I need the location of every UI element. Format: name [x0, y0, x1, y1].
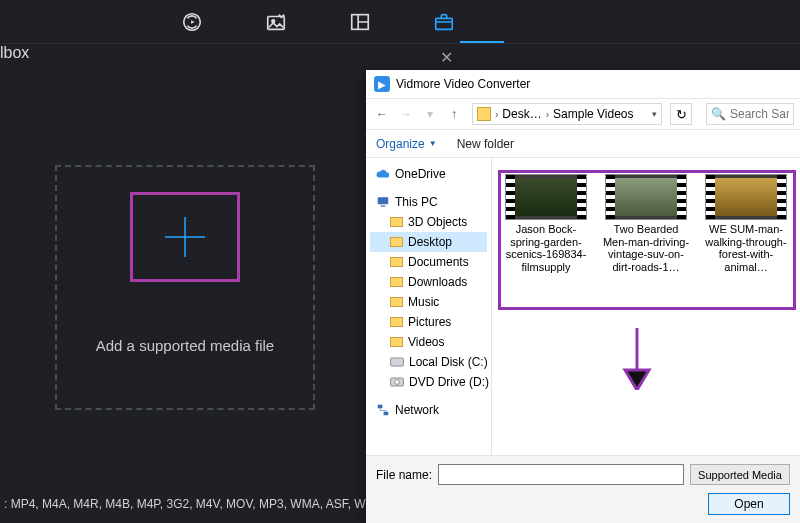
active-tab-label: lbox — [0, 44, 800, 62]
folder-icon — [390, 317, 403, 327]
nav-back-button[interactable]: ← — [372, 104, 392, 124]
tree-thispc[interactable]: This PC — [370, 192, 487, 212]
filetype-filter[interactable]: Supported Media — [690, 464, 790, 485]
svg-rect-14 — [384, 412, 389, 416]
drop-area[interactable]: Add a supported media file — [55, 165, 315, 410]
add-media-box[interactable] — [130, 192, 240, 282]
folder-icon — [477, 107, 491, 121]
search-icon: 🔍 — [711, 107, 726, 121]
tree-onedrive[interactable]: OneDrive — [370, 164, 487, 184]
svg-rect-13 — [378, 405, 383, 409]
tree-music[interactable]: Music — [370, 292, 487, 312]
pc-icon — [376, 195, 390, 209]
organize-button[interactable]: Organize▼ — [376, 137, 437, 151]
annotation-arrow-icon — [617, 328, 657, 390]
search-box[interactable]: 🔍 — [706, 103, 794, 125]
toolbox-icon[interactable] — [432, 10, 456, 34]
tree-pictures[interactable]: Pictures — [370, 312, 487, 332]
newfolder-button[interactable]: New folder — [457, 137, 514, 151]
video-thumbnail — [605, 174, 687, 220]
file-pane[interactable]: Jason Bock-spring-garden-scenics-169834-… — [492, 158, 800, 455]
open-button[interactable]: Open — [708, 493, 790, 515]
svg-point-12 — [395, 380, 400, 385]
folder-icon — [390, 337, 403, 347]
svg-marker-1 — [191, 20, 195, 24]
dialog-body: OneDrive This PC 3D Objects Desktop Docu… — [366, 158, 800, 455]
image-icon[interactable] — [264, 10, 288, 34]
crumb-a[interactable]: Desk… — [502, 107, 541, 121]
tree-dvddrive[interactable]: DVD Drive (D:) P — [370, 372, 487, 392]
tree-downloads[interactable]: Downloads — [370, 272, 487, 292]
close-icon[interactable]: ✕ — [440, 48, 453, 67]
dialog-toolbar: Organize▼ New folder — [366, 130, 800, 158]
filename-label: File name: — [376, 468, 432, 482]
nav-up-button[interactable]: ↑ — [444, 104, 464, 124]
tree-documents[interactable]: Documents — [370, 252, 487, 272]
filename-input[interactable] — [438, 464, 684, 485]
layout-icon[interactable] — [348, 10, 372, 34]
cloud-icon — [376, 167, 390, 181]
drop-text: Add a supported media file — [96, 337, 274, 354]
dialog-titlebar: ▶ Vidmore Video Converter — [366, 70, 800, 98]
svg-rect-9 — [381, 206, 386, 207]
dialog-nav: ← → ▾ ↑ › Desk… › Sample Videos ▾ ↻ 🔍 — [366, 98, 800, 130]
supported-formats: : MP4, M4A, M4R, M4B, M4P, 3G2, M4V, MOV… — [0, 489, 390, 519]
nav-tree: OneDrive This PC 3D Objects Desktop Docu… — [366, 158, 492, 455]
breadcrumb[interactable]: › Desk… › Sample Videos ▾ — [472, 103, 662, 125]
top-nav — [0, 0, 800, 44]
video-thumbnail — [705, 174, 787, 220]
tree-desktop[interactable]: Desktop — [370, 232, 487, 252]
tree-network[interactable]: Network — [370, 400, 487, 420]
file-open-dialog: ▶ Vidmore Video Converter ← → ▾ ↑ › Desk… — [366, 70, 800, 523]
drive-icon — [390, 355, 404, 369]
folder-icon — [390, 257, 403, 267]
disc-icon — [390, 375, 404, 389]
app-logo-icon: ▶ — [374, 76, 390, 92]
folder-icon — [390, 277, 403, 287]
svg-rect-8 — [378, 197, 389, 204]
tree-localdisk[interactable]: Local Disk (C:) — [370, 352, 487, 372]
network-icon — [376, 403, 390, 417]
folder-icon — [390, 217, 403, 227]
search-input[interactable] — [730, 107, 789, 121]
svg-rect-10 — [391, 358, 404, 366]
svg-rect-5 — [436, 18, 453, 29]
folder-icon — [390, 297, 403, 307]
convert-icon[interactable] — [180, 10, 204, 34]
crumb-b[interactable]: Sample Videos — [553, 107, 634, 121]
refresh-button[interactable]: ↻ — [670, 103, 692, 125]
dialog-title: Vidmore Video Converter — [396, 77, 530, 91]
dialog-footer: File name: Supported Media Open — [366, 455, 800, 523]
chevron-down-icon[interactable]: ▾ — [652, 109, 657, 119]
tab-underline — [460, 41, 504, 43]
svg-rect-2 — [268, 16, 285, 29]
video-thumbnail — [505, 174, 587, 220]
folder-icon — [390, 237, 403, 247]
tree-3dobjects[interactable]: 3D Objects — [370, 212, 487, 232]
nav-recent-button[interactable]: ▾ — [420, 104, 440, 124]
tree-videos[interactable]: Videos — [370, 332, 487, 352]
nav-forward-button[interactable]: → — [396, 104, 416, 124]
